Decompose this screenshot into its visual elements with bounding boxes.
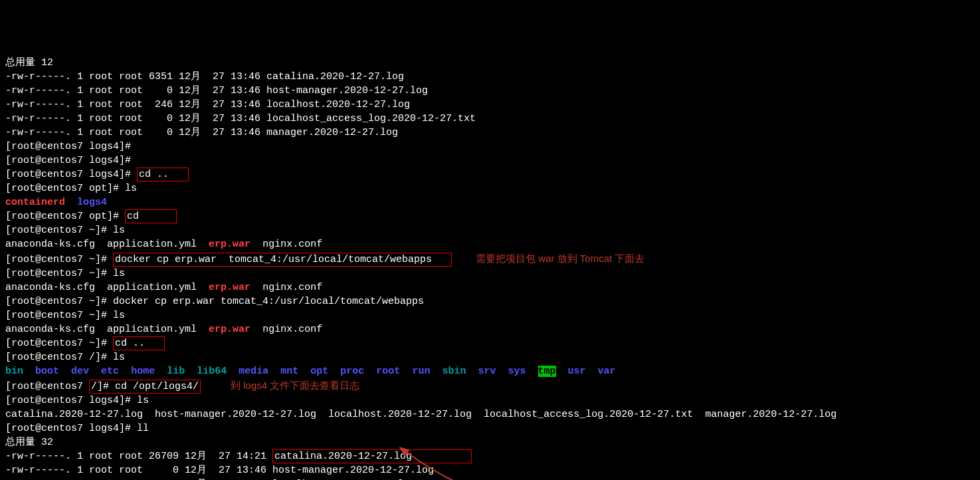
prompt: [root@centos7 ~]# (5, 268, 113, 279)
dir-entry: bin (5, 366, 23, 377)
file-entry: erp.war (209, 239, 250, 250)
file-line: -rw-r-----. 1 root root 0 12月 27 13:46 h… (5, 465, 434, 476)
file-line: catalina.2020-12-27.log host-manager.202… (5, 409, 836, 420)
file-line: -rw-r-----. 1 root root 6351 12月 27 13:4… (5, 71, 404, 82)
file-entry: nginx.conf (262, 239, 322, 250)
file-entry: erp.war (209, 282, 250, 293)
dir-entry: var (598, 366, 616, 377)
prompt: [root@centos7 opt]# (5, 183, 125, 194)
file-line: -rw-r-----. 1 root root 0 12月 27 13:46 m… (5, 127, 398, 138)
dir-entry: containerd (5, 197, 65, 208)
highlight-box: cd (125, 209, 177, 223)
prompt: [root@centos7 ~]# (5, 296, 113, 307)
dir-entry: proc (340, 366, 364, 377)
highlight-box: /]# cd /opt/logs4/ (89, 380, 201, 394)
prompt-partial: /]# (91, 381, 115, 392)
dir-entry: logs4 (77, 197, 107, 208)
dir-entry: lib (167, 366, 185, 377)
prompt: [root@centos7 ~]# (5, 310, 113, 321)
prompt: [root@centos7 ~]# (5, 254, 113, 265)
prompt-partial: [root@centos7 (5, 381, 89, 392)
annotation-text: 需要把项目包 war 放到 Tomcat 下面去 (476, 253, 644, 264)
file-entry: anaconda-ks.cfg (5, 282, 95, 293)
highlight-box: cd .. (113, 336, 165, 350)
prompt: [root@centos7 logs4]# (5, 169, 137, 180)
command: ls (125, 183, 137, 194)
command: docker cp erp.war tomcat_4:/usr/local/to… (115, 254, 432, 265)
command: cd .. (139, 169, 169, 180)
highlight-box: catalina.2020-12-27.log (272, 449, 472, 463)
file-entry: anaconda-ks.cfg (5, 239, 95, 250)
dir-entry: sbin (442, 366, 466, 377)
dir-entry: run (412, 366, 430, 377)
dir-entry: home (131, 366, 155, 377)
total-line: 总用量 12 (5, 57, 53, 68)
dir-entry: mnt (280, 366, 298, 377)
dir-entry: usr (568, 366, 586, 377)
prompt: [root@centos7 /]# (5, 352, 113, 363)
dir-entry: dev (71, 366, 89, 377)
dir-entry: tmp (538, 366, 556, 377)
dir-entry: lib64 (197, 366, 227, 377)
command: cd .. (115, 338, 145, 349)
command: ls (113, 310, 125, 321)
command: cd /opt/logs4/ (115, 381, 199, 392)
dir-entry: etc (101, 366, 119, 377)
file-entry: application.yml (107, 239, 197, 250)
file-entry: nginx.conf (262, 282, 322, 293)
file-entry: anaconda-ks.cfg (5, 324, 95, 335)
prompt: [root@centos7 ~]# (5, 225, 113, 236)
dir-entry: root (376, 366, 400, 377)
dir-entry: srv (478, 366, 496, 377)
command: ls (137, 395, 149, 406)
highlight-box: cd .. (137, 168, 189, 181)
prompt: [root@centos7 opt]# (5, 211, 125, 222)
command: ls (113, 352, 125, 363)
annotation-text: 到 logs4 文件下面去查看日志 (231, 380, 359, 391)
command: ls (113, 225, 125, 236)
command: ll (137, 423, 149, 434)
file-line-partial: -rw-r-----. 1 root root 26709 12月 27 14:… (5, 451, 266, 462)
prompt: [root@centos7 logs4]# (5, 155, 137, 166)
prompt: [root@centos7 logs4]# (5, 423, 137, 434)
file-line: -rw-r-----. 1 root root 246 12月 27 13:46… (5, 99, 410, 110)
dir-entry: media (239, 366, 268, 377)
command: docker cp erp.war tomcat_4:/usr/local/to… (113, 296, 424, 307)
dir-entry: boot (35, 366, 59, 377)
prompt: [root@centos7 logs4]# (5, 141, 137, 152)
file-entry: nginx.conf (262, 324, 322, 335)
prompt: [root@centos7 logs4]# (5, 395, 137, 406)
highlight-box: docker cp erp.war tomcat_4:/usr/local/to… (113, 253, 452, 267)
command: cd (127, 211, 139, 222)
total-line: 总用量 32 (5, 437, 53, 448)
file-entry: application.yml (107, 324, 197, 335)
file-line: -rw-r-----. 1 root root 0 12月 27 13:46 l… (5, 113, 476, 124)
dir-entry: opt (310, 366, 328, 377)
prompt: [root@centos7 ~]# (5, 338, 113, 349)
command: ls (113, 268, 125, 279)
dir-entry: sys (508, 366, 526, 377)
file-entry: application.yml (107, 282, 197, 293)
terminal-output[interactable]: 总用量 12 -rw-r-----. 1 root root 6351 12月 … (0, 42, 980, 480)
file-line: -rw-r-----. 1 root root 0 12月 27 13:46 h… (5, 85, 428, 96)
file-entry: catalina.2020-12-27.log (274, 451, 412, 462)
file-entry: erp.war (209, 324, 250, 335)
